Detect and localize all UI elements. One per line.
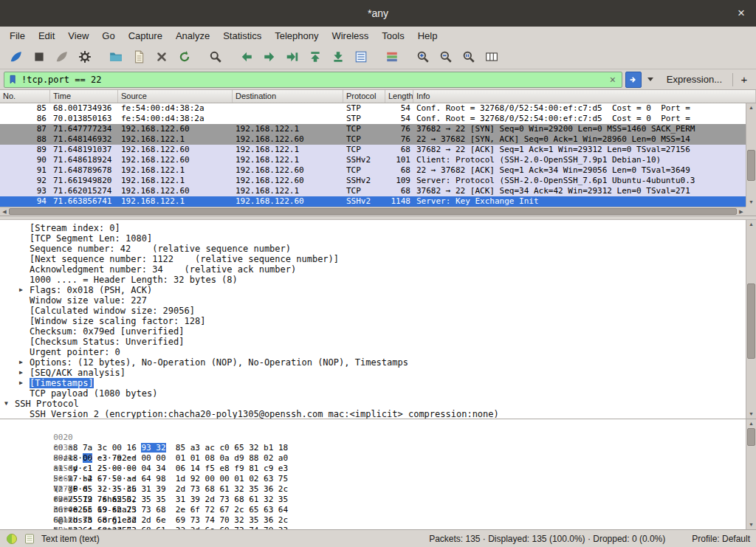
hex-row[interactable]: 0030 80 18 00 e3 79 ed 00 00 01 01 08 0a…	[4, 433, 746, 443]
start-capture-button[interactable]	[6, 47, 27, 66]
packet-row[interactable]: 89 71.648191037 192.168.122.60 192.168.1…	[0, 145, 746, 155]
display-filter-input[interactable]	[21, 75, 605, 85]
menu-item[interactable]: Wireless	[325, 28, 375, 44]
detail-row[interactable]: ▶ Flags: 0x018 (PSH, ACK)	[0, 285, 746, 295]
detail-row[interactable]: Urgent pointer: 0	[0, 347, 746, 357]
go-last-packet-button[interactable]	[328, 47, 348, 66]
hex-vscrollbar[interactable]: ▲ ▼	[746, 419, 756, 529]
expander-icon[interactable]	[18, 316, 30, 326]
packet-row[interactable]: 87 71.647777234 192.168.122.60 192.168.1…	[0, 124, 746, 134]
detail-row[interactable]: TCP payload (1080 bytes)	[0, 388, 746, 399]
detail-row[interactable]: Acknowledgment number: 34 (relative ack …	[0, 264, 746, 275]
detail-row[interactable]: [Checksum Status: Unverified]	[0, 337, 746, 347]
detail-row[interactable]: [Next sequence number: 1122 (relative se…	[0, 254, 746, 264]
go-to-packet-button[interactable]	[282, 47, 303, 66]
expander-icon[interactable]	[18, 264, 30, 275]
expander-icon[interactable]	[18, 233, 30, 244]
go-first-packet-button[interactable]	[305, 47, 326, 66]
colorize-packets-button[interactable]	[382, 47, 402, 66]
packet-row[interactable]: 90 71.648618924 192.168.122.60 192.168.1…	[0, 155, 746, 165]
detail-row[interactable]: ▶ Options: (12 bytes), No-Operation (NOP…	[0, 357, 746, 368]
packet-row[interactable]: 92 71.661949820 192.168.122.1 192.168.12…	[0, 176, 746, 186]
detail-row[interactable]: [TCP Segment Len: 1080]	[0, 233, 746, 244]
bookmark-icon[interactable]	[8, 74, 18, 86]
packet-list-hscroll-thumb[interactable]	[9, 208, 737, 215]
packet-row[interactable]: 88 71.648146932 192.168.122.1 192.168.12…	[0, 134, 746, 145]
zoom-out-button[interactable]	[436, 47, 456, 66]
apply-filter-button[interactable]	[625, 72, 642, 88]
expander-icon[interactable]	[18, 223, 30, 233]
detail-row[interactable]: 1000 .... = Header Length: 32 bytes (8)	[0, 275, 746, 285]
zoom-100-button[interactable]	[458, 47, 479, 66]
menu-item[interactable]: File	[3, 28, 32, 44]
zoom-in-button[interactable]	[413, 47, 433, 66]
auto-scroll-button[interactable]	[351, 47, 371, 66]
display-filter-field[interactable]: ×	[4, 72, 622, 88]
expander-icon[interactable]	[18, 409, 30, 419]
detail-row[interactable]: Sequence number: 42 (relative sequence n…	[0, 244, 746, 254]
capture-options-button[interactable]	[75, 47, 95, 66]
expander-icon[interactable]: ▼	[3, 399, 15, 409]
column-header-source[interactable]: Source	[118, 90, 233, 103]
save-file-button[interactable]	[128, 47, 149, 66]
menu-item[interactable]: Go	[95, 28, 121, 44]
column-header-length[interactable]: Length	[385, 90, 413, 103]
reload-file-button[interactable]	[174, 47, 195, 66]
hex-vscroll-thumb[interactable]	[747, 428, 755, 446]
expander-icon[interactable]	[18, 347, 30, 357]
menu-item[interactable]: View	[61, 28, 95, 44]
expander-icon[interactable]: ▶	[18, 368, 30, 378]
scroll-up-icon[interactable]: ▲	[746, 420, 756, 427]
menu-item[interactable]: Help	[411, 28, 444, 44]
hex-row[interactable]: 0020 c0 a8 7a 3c 00 16 93 32 85 a3 ac c0…	[4, 422, 746, 433]
expert-info-icon[interactable]	[6, 533, 18, 545]
detail-row[interactable]: Window size value: 227	[0, 295, 746, 306]
packet-list-hscrollbar[interactable]: ◀ ▶	[0, 207, 746, 216]
expander-icon[interactable]: ▶	[18, 285, 30, 295]
scroll-up-icon[interactable]: ▲	[746, 104, 756, 111]
detail-row[interactable]: [Stream index: 0]	[0, 223, 746, 233]
menu-item[interactable]: Telephony	[268, 28, 325, 44]
expander-icon[interactable]: ▶	[18, 357, 30, 368]
menu-item[interactable]: Edit	[32, 28, 61, 44]
resize-columns-button[interactable]	[481, 47, 502, 66]
packet-row[interactable]: 85 68.001734936 fe:54:00:d4:38:2a STP 54…	[0, 103, 746, 114]
menu-item[interactable]: Statistics	[216, 28, 268, 44]
scroll-up-icon[interactable]: ▲	[746, 221, 756, 228]
filter-dropdown-button[interactable]	[645, 72, 656, 88]
packet-row[interactable]: 93 71.662015274 192.168.122.60 192.168.1…	[0, 186, 746, 196]
expander-icon[interactable]	[18, 326, 30, 337]
detail-row[interactable]: Checksum: 0x79ed [unverified]	[0, 326, 746, 337]
expression-button[interactable]: Expression...	[659, 74, 729, 85]
column-header-no[interactable]: No.	[0, 90, 50, 103]
expander-icon[interactable]	[18, 295, 30, 306]
packet-list-vscroll-thumb[interactable]	[747, 150, 755, 181]
go-forward-button[interactable]	[259, 47, 280, 66]
detail-row[interactable]: ▶ [SEQ/ACK analysis]	[0, 368, 746, 378]
column-header-protocol[interactable]: Protocol	[343, 90, 385, 103]
detail-row[interactable]: ▶ [Timestamps]	[0, 378, 746, 388]
packet-row[interactable]: 86 70.013850163 fe:54:00:d4:38:2a STP 54…	[0, 114, 746, 124]
detail-row[interactable]: SSH Version 2 (encryption:chacha20-poly1…	[0, 409, 746, 419]
restart-capture-button[interactable]	[52, 47, 72, 66]
stop-capture-button[interactable]	[29, 47, 49, 66]
packet-row[interactable]: 94 71.663856741 192.168.122.1 192.168.12…	[0, 196, 746, 207]
column-header-info[interactable]: Info	[413, 90, 756, 103]
detail-row[interactable]: ▼ SSH Protocol	[0, 399, 746, 409]
expander-icon[interactable]	[18, 254, 30, 264]
expander-icon[interactable]	[18, 244, 30, 254]
details-vscroll-thumb[interactable]	[747, 283, 755, 359]
go-back-button[interactable]	[236, 47, 257, 66]
menu-item[interactable]: Capture	[122, 28, 169, 44]
add-filter-button[interactable]: +	[736, 72, 752, 88]
close-window-icon[interactable]: ×	[734, 6, 749, 21]
scroll-left-icon[interactable]: ◀	[1, 207, 8, 216]
scroll-down-icon[interactable]: ▼	[746, 521, 756, 529]
scroll-down-icon[interactable]: ▼	[746, 410, 756, 418]
detail-row[interactable]: [Window size scaling factor: 128]	[0, 316, 746, 326]
clear-filter-icon[interactable]: ×	[608, 74, 618, 86]
expander-icon[interactable]: ▶	[18, 378, 30, 388]
column-header-destination[interactable]: Destination	[233, 90, 343, 103]
expander-icon[interactable]	[18, 275, 30, 285]
menu-item[interactable]: Tools	[375, 28, 410, 44]
